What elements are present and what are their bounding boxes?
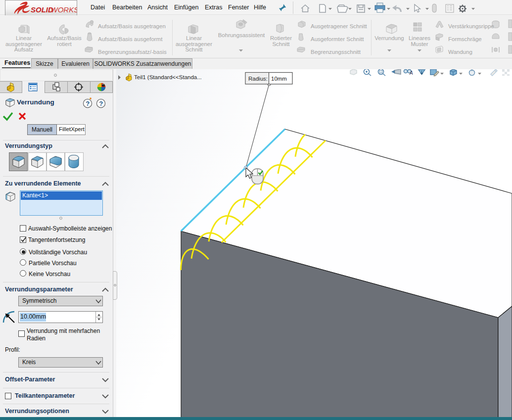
svg-text:SOLID: SOLID (31, 5, 53, 14)
svg-text:*: * (90, 97, 92, 102)
svg-text:?: ? (86, 100, 90, 107)
svg-text:10mm: 10mm (271, 76, 287, 82)
svg-text:A: A (409, 70, 413, 76)
svg-text:Teil1 (Standard<<Standa...: Teil1 (Standard<<Standa... (134, 74, 202, 80)
svg-text:Radius:: Radius: (248, 76, 268, 82)
svg-text:?: ? (99, 100, 103, 107)
svg-text:WORKS: WORKS (51, 5, 78, 14)
